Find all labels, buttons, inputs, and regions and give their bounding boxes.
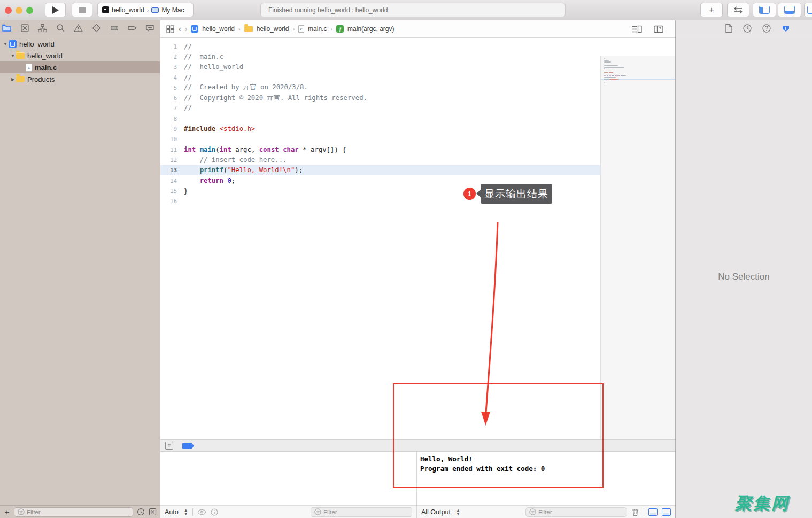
test-navigator-tab[interactable] [91,23,102,33]
report-navigator-tab[interactable] [145,23,155,33]
tree-row-file-selected[interactable]: c main.c [0,61,160,73]
code-line: 3// hello_world [160,62,675,72]
zoom-window-button[interactable] [26,7,33,14]
function-icon: f [336,25,344,33]
library-add-button[interactable]: + [700,3,723,17]
code-line: 11int main(int argc, const char * argv[]… [160,144,675,154]
disclosure-open-icon[interactable]: ▼ [10,53,16,58]
line-number[interactable]: 10 [160,136,184,142]
minimap[interactable] [600,56,675,439]
chevron-right-icon: › [147,7,149,13]
chevron-right-icon: › [238,26,241,32]
go-forward-button[interactable]: › [185,25,188,33]
debug-navigator-tab[interactable] [109,23,119,33]
scheme-selector[interactable]: hello_world › My Mac [97,3,194,17]
console-bar: All Output ▲▼ Filter [417,505,675,518]
trash-icon[interactable] [631,508,639,516]
line-number[interactable]: 11 [160,146,184,153]
chevron-down-icon: ▽ [168,444,171,448]
disclosure-open-icon[interactable]: ▼ [2,42,9,47]
go-back-button[interactable]: ‹ [179,25,181,33]
symbol-navigator-tab[interactable] [37,23,48,33]
tree-item-label: hello_world [27,52,63,60]
line-number[interactable]: 2 [160,53,184,60]
line-number[interactable]: 3 [160,64,184,70]
source-control-filter-button[interactable] [148,508,157,516]
file-inspector-tab[interactable] [725,24,733,33]
toggle-variables-view-button[interactable] [648,508,658,516]
related-items-icon[interactable] [166,25,175,34]
navigator-filter-bar: + Filter [0,505,160,518]
tree-row-products[interactable]: ▶ Products [0,73,160,85]
line-number[interactable]: 6 [160,95,184,101]
project-icon [9,40,17,48]
filter-icon [529,508,536,515]
breadcrumb-symbol[interactable]: main(argc, argv) [347,25,394,33]
navigator-panel-icon [759,6,770,14]
source-editor: ‹ › hello_world › hello_world › c main.c… [160,20,675,518]
toggle-console-view-button[interactable] [662,508,671,516]
breadcrumb-project[interactable]: hello_world [202,25,235,33]
find-navigator-tab[interactable] [56,23,66,33]
code-line: 4// [160,72,675,82]
line-number[interactable]: 15 [160,188,184,194]
quick-help-inspector-tab[interactable] [762,24,771,33]
tree-row-project[interactable]: ▼ hello_world [0,38,160,50]
close-window-button[interactable] [5,7,12,14]
line-number[interactable]: 16 [160,198,184,204]
stop-button[interactable] [72,3,92,17]
filter-placeholder: Filter [538,509,552,515]
line-number[interactable]: 14 [160,177,184,184]
console-filter-input[interactable]: Filter [525,507,627,517]
line-number[interactable]: 7 [160,105,184,111]
tree-row-group[interactable]: ▼ hello_world [0,50,160,61]
line-number[interactable]: 13 [160,167,184,173]
line-number[interactable]: 5 [160,84,184,91]
adjust-editor-options-icon[interactable] [631,25,642,33]
minimize-window-button[interactable] [16,7,22,14]
filter-placeholder: Filter [323,509,337,515]
run-button[interactable] [45,3,66,17]
variables-scope-dropdown[interactable]: Auto [165,508,179,516]
add-editor-icon[interactable] [654,25,663,33]
hide-debug-area-button[interactable]: ▽ [165,442,173,450]
add-file-button[interactable]: + [3,507,11,516]
line-number[interactable]: 4 [160,74,184,81]
variables-filter-input[interactable]: Filter [311,507,412,517]
editor-swap-button[interactable] [727,3,749,17]
source-control-navigator-tab[interactable] [20,23,30,33]
breadcrumb-file[interactable]: main.c [308,25,327,33]
navigator-filter-input[interactable]: Filter [14,507,133,517]
box-x-icon [149,508,157,516]
breadcrumb-group[interactable]: hello_world [257,25,289,33]
toggle-inspector-button[interactable] [804,3,812,17]
speech-bubble-icon [145,23,155,33]
chevron-right-icon: › [330,26,332,32]
issue-navigator-tab[interactable] [73,23,83,33]
code-line: 12 // insert code here... [160,154,675,165]
variables-view: Auto ▲▼ Filter [160,452,417,518]
toggle-navigator-button[interactable] [753,3,776,17]
line-number[interactable]: 12 [160,157,184,163]
disclosure-closed-icon[interactable]: ▶ [10,77,16,82]
recent-files-filter-button[interactable] [136,508,145,516]
toggle-debug-area-button[interactable] [778,3,801,17]
eye-icon[interactable] [197,509,206,515]
console-view[interactable]: Hello, World!Program ended with exit cod… [417,452,675,518]
project-navigator-tab[interactable] [2,23,12,33]
line-number[interactable]: 8 [160,115,184,122]
breakpoints-toggle-button[interactable] [182,443,191,449]
divider [192,508,193,516]
c-file-icon: c [298,25,304,33]
line-number[interactable]: 1 [160,43,184,50]
history-inspector-tab[interactable] [743,24,752,33]
selected-inspector-tab[interactable] [781,24,791,33]
inspector-panel-icon [807,6,812,14]
console-scope-dropdown[interactable]: All Output [421,508,451,516]
breakpoint-navigator-tab[interactable] [127,23,137,33]
code-line: 8 [160,113,675,123]
c-file-icon: c [26,64,32,72]
code-area[interactable]: 1//2// main.c3// hello_world4//5// Creat… [160,38,675,439]
line-number[interactable]: 9 [160,126,184,132]
info-icon[interactable] [211,508,218,516]
